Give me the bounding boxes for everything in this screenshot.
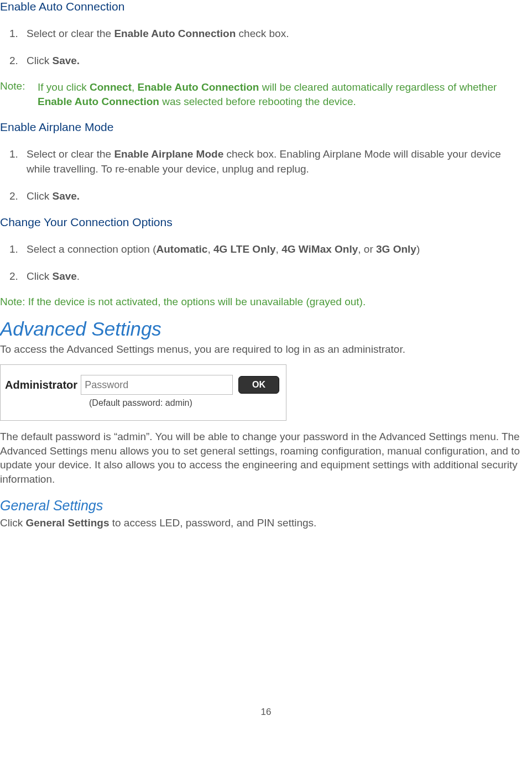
page-number: 16: [0, 707, 532, 729]
admin-hint: (Default password: admin): [89, 398, 286, 408]
change-connection-options-steps: Select a connection option (Automatic, 4…: [21, 242, 532, 284]
general-body: Click General Settings to access LED, pa…: [0, 516, 532, 530]
advanced-body: The default password is “admin”. You wil…: [0, 430, 532, 487]
note-auto-connection: Note: If you click Connect, Enable Auto …: [0, 80, 532, 108]
heading-enable-auto-connection: Enable Auto Connection: [0, 0, 532, 13]
note-device-not-activated: Note: If the device is not activated, th…: [0, 296, 532, 308]
step-bold: Save.: [52, 55, 80, 66]
enable-auto-connection-steps: Select or clear the Enable Auto Connecti…: [21, 27, 532, 68]
admin-login-box: Administrator OK (Default password: admi…: [0, 364, 286, 421]
step-text: Select or clear the: [27, 28, 114, 39]
list-item: Click Save.: [21, 54, 532, 69]
step-text: Click: [27, 190, 52, 202]
list-item: Click Save.: [21, 269, 532, 284]
step-text: check box.: [236, 28, 289, 39]
step-bold: Enable Airplane Mode: [114, 148, 223, 160]
list-item: Select a connection option (Automatic, 4…: [21, 242, 532, 257]
note-text: If you click Connect, Enable Auto Connec…: [38, 80, 532, 108]
enable-airplane-mode-steps: Select or clear the Enable Airplane Mode…: [21, 147, 532, 203]
list-item: Select or clear the Enable Auto Connecti…: [21, 27, 532, 41]
step-text: Click: [27, 55, 52, 66]
heading-change-connection-options: Change Your Connection Options: [0, 216, 532, 229]
list-item: Click Save.: [21, 189, 532, 204]
advanced-intro: To access the Advanced Settings menus, y…: [0, 342, 532, 357]
step-bold: Save.: [52, 190, 80, 202]
step-text: Select or clear the: [27, 148, 114, 160]
admin-label: Administrator: [5, 379, 77, 391]
list-item: Select or clear the Enable Airplane Mode…: [21, 147, 532, 176]
heading-enable-airplane-mode: Enable Airplane Mode: [0, 121, 532, 134]
heading-advanced-settings: Advanced Settings: [0, 318, 532, 340]
heading-general-settings: General Settings: [0, 498, 532, 514]
admin-password-input[interactable]: [81, 375, 233, 395]
step-bold: Enable Auto Connection: [114, 28, 236, 39]
ok-button[interactable]: OK: [238, 376, 279, 394]
note-label: Note:: [0, 80, 38, 108]
